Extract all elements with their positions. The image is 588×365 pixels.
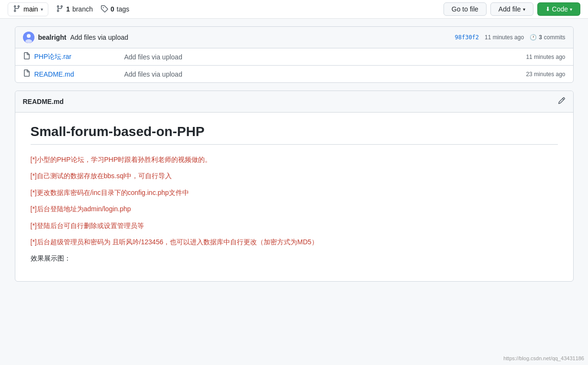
file-time: 23 minutes ago: [526, 71, 565, 78]
top-bar: main ▾ 1 branch 0 tags Go to: [0, 0, 588, 19]
commits-count-link[interactable]: 🕐 3 commits: [530, 34, 565, 41]
readme-link-3[interactable]: [*]后台登陆地址为admin/login.php: [31, 205, 131, 213]
file-row: PHP论坛.rar Add files via upload 11 minute…: [15, 48, 573, 66]
file-icon: [23, 52, 31, 61]
top-bar-left: main ▾ 1 branch 0 tags: [8, 2, 129, 16]
branches-text: branch: [72, 5, 93, 13]
branches-count: 1: [66, 5, 70, 13]
branches-link[interactable]: 1 branch: [56, 5, 93, 14]
readme-link-5[interactable]: [*]后台超级管理员和密码为 且听风吟/123456，也可以进入数据库中自行更改…: [31, 238, 318, 246]
readme-para-1: [*]自己测试的数据存放在bbs.sql中，可自行导入: [31, 171, 558, 181]
commit-hash-link[interactable]: 98f30f2: [455, 34, 479, 41]
readme-body: Small-forum-based-on-PHP [*]小型的PHP论坛，学习P…: [15, 113, 573, 281]
readme-para-6: 效果展示图：: [31, 253, 558, 263]
readme-link-2[interactable]: [*]更改数据库密码在/inc目录下的config.inc.php文件中: [31, 189, 189, 196]
readme-header: README.md: [15, 91, 573, 113]
commit-time: 11 minutes ago: [485, 34, 524, 41]
commits-label: commits: [544, 34, 566, 41]
commit-author-link[interactable]: bealright: [38, 34, 67, 41]
svg-point-1: [27, 34, 31, 38]
readme-para-5: [*]后台超级管理员和密码为 且听风吟/123456，也可以进入数据库中自行更改…: [31, 237, 558, 247]
file-row: README.md Add files via upload 23 minute…: [15, 66, 573, 82]
branch-chevron-icon: ▾: [41, 7, 43, 12]
add-file-button[interactable]: Add file ▾: [490, 2, 533, 16]
readme-box: README.md Small-forum-based-on-PHP [*]小型…: [15, 91, 574, 282]
readme-para-4: [*]登陆后台可自行删除或设置管理员等: [31, 220, 558, 231]
main-content: bealright Add files via upload 98f30f2 1…: [7, 19, 581, 289]
readme-heading: Small-forum-based-on-PHP: [31, 124, 558, 145]
file-time: 11 minutes ago: [526, 54, 565, 60]
readme-para-0: [*]小型的PHP论坛，学习PHP时跟着孙胜利老师的视频做的。: [31, 154, 558, 165]
file-name-link[interactable]: PHP论坛.rar: [34, 53, 121, 61]
file-commit-msg: Add files via upload: [124, 70, 522, 78]
branch-name: main: [23, 5, 38, 13]
repo-file-box: bealright Add files via upload 98f30f2 1…: [15, 26, 574, 83]
commit-message: Add files via upload: [70, 34, 128, 41]
readme-title: README.md: [23, 98, 64, 105]
avatar: [23, 32, 34, 43]
svg-point-2: [25, 39, 32, 43]
readme-link-4[interactable]: [*]登陆后台可自行删除或设置管理员等: [31, 222, 144, 229]
commit-bar: bealright Add files via upload 98f30f2 1…: [15, 27, 573, 48]
readme-para-2: [*]更改数据库密码在/inc目录下的config.inc.php文件中: [31, 187, 558, 198]
readme-link-1[interactable]: [*]自己测试的数据存放在bbs.sql中，可自行导入: [31, 172, 172, 180]
edit-icon[interactable]: [558, 97, 566, 106]
add-file-chevron-icon: ▾: [523, 7, 525, 12]
branches-icon: [56, 5, 64, 14]
clock-icon: 🕐: [530, 34, 537, 41]
code-button[interactable]: ⬇ Code ▾: [537, 2, 580, 16]
tags-link[interactable]: 0 tags: [100, 5, 129, 14]
commits-count: 3: [539, 34, 542, 41]
tag-icon: [100, 5, 108, 14]
commit-meta: 98f30f2 11 minutes ago 🕐 3 commits: [455, 34, 566, 41]
readme-link-0[interactable]: [*]小型的PHP论坛，学习PHP时跟着孙胜利老师的视频做的。: [31, 156, 212, 163]
branch-selector[interactable]: main ▾: [8, 2, 48, 16]
file-icon: [23, 69, 31, 79]
file-commit-msg: Add files via upload: [124, 53, 522, 61]
top-bar-right: Go to file Add file ▾ ⬇ Code ▾: [444, 2, 580, 16]
file-name-link[interactable]: README.md: [34, 70, 121, 78]
goto-file-button[interactable]: Go to file: [444, 2, 487, 16]
git-branch-icon: [13, 5, 21, 14]
readme-para-3: [*]后台登陆地址为admin/login.php: [31, 204, 558, 214]
tags-count: 0: [111, 5, 114, 13]
code-chevron-icon: ▾: [570, 7, 572, 12]
tags-text: tags: [117, 5, 129, 13]
download-icon: ⬇: [545, 6, 550, 12]
